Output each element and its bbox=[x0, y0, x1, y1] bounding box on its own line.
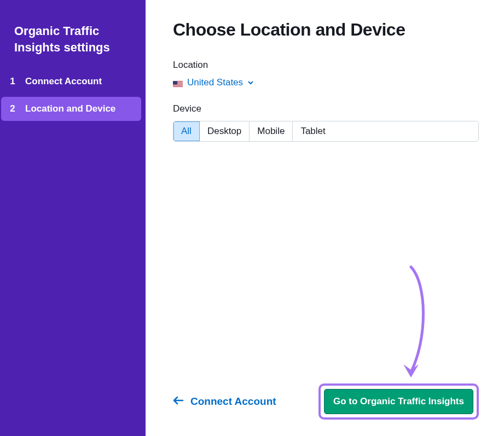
svg-rect-6 bbox=[173, 87, 183, 88]
annotation-arrow-icon bbox=[389, 263, 433, 388]
chevron-down-icon bbox=[247, 79, 254, 86]
device-option-all[interactable]: All bbox=[173, 121, 200, 141]
arrow-left-icon bbox=[173, 396, 184, 408]
step-label: Location and Device bbox=[25, 103, 115, 114]
svg-rect-5 bbox=[173, 86, 183, 86]
location-dropdown[interactable]: United States bbox=[173, 77, 479, 88]
device-label: Device bbox=[173, 103, 479, 114]
step-location-and-device[interactable]: 2 Location and Device bbox=[1, 97, 141, 121]
device-toggle-group: All Desktop Mobile Tablet bbox=[173, 121, 479, 142]
step-connect-account[interactable]: 1 Connect Account bbox=[1, 69, 141, 94]
step-number: 2 bbox=[8, 103, 18, 114]
footer: Connect Account Go to Organic Traffic In… bbox=[173, 373, 479, 420]
primary-button-highlight: Go to Organic Traffic Insights bbox=[318, 383, 479, 420]
main-content: Choose Location and Device Location Unit… bbox=[146, 0, 504, 436]
page-title: Choose Location and Device bbox=[173, 20, 479, 40]
back-button[interactable]: Connect Account bbox=[173, 396, 276, 408]
svg-rect-4 bbox=[173, 85, 183, 85]
step-label: Connect Account bbox=[25, 76, 102, 87]
svg-rect-7 bbox=[173, 81, 177, 85]
device-option-desktop[interactable]: Desktop bbox=[200, 121, 250, 141]
location-label: Location bbox=[173, 60, 479, 71]
device-option-mobile[interactable]: Mobile bbox=[250, 121, 293, 141]
flag-us-icon bbox=[173, 79, 183, 86]
go-to-insights-button[interactable]: Go to Organic Traffic Insights bbox=[324, 389, 473, 414]
step-number: 1 bbox=[8, 76, 18, 87]
sidebar-title: Organic Traffic Insights settings bbox=[0, 23, 146, 69]
sidebar: Organic Traffic Insights settings 1 Conn… bbox=[0, 0, 146, 436]
back-label: Connect Account bbox=[190, 396, 276, 408]
device-option-tablet[interactable]: Tablet bbox=[293, 121, 333, 141]
location-value: United States bbox=[187, 77, 243, 88]
